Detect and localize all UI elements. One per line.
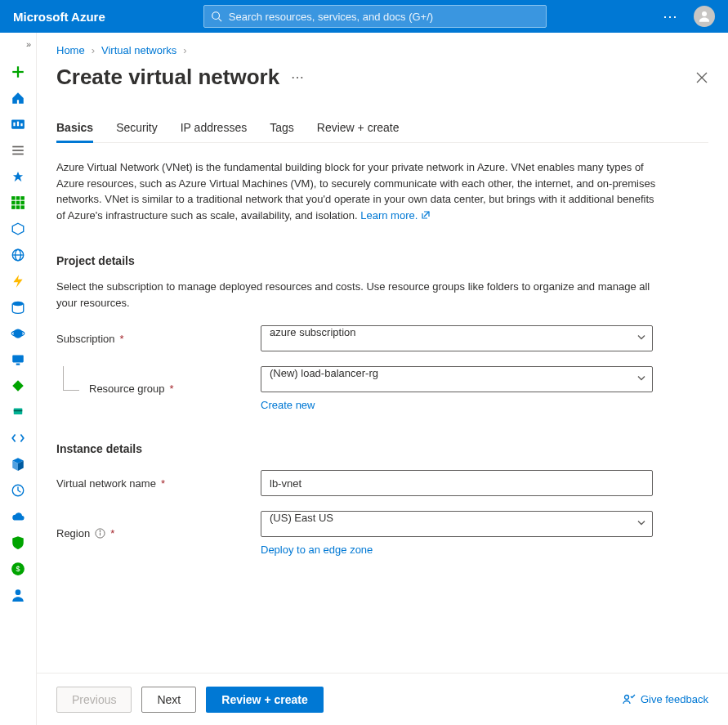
learn-more-link[interactable]: Learn more.	[360, 208, 431, 224]
svg-marker-12	[13, 172, 23, 181]
dashboard-icon[interactable]	[10, 116, 26, 132]
feedback-label: Give feedback	[641, 693, 708, 705]
expand-nav-icon[interactable]: »	[26, 39, 31, 49]
svg-rect-13	[11, 196, 16, 200]
close-button[interactable]	[695, 71, 708, 84]
vnet-description: Azure Virtual Network (VNet) is the fund…	[56, 159, 661, 223]
vnet-description-text: Azure Virtual Network (VNet) is the fund…	[56, 161, 655, 222]
brand-label: Microsoft Azure	[13, 10, 105, 24]
svg-rect-6	[13, 123, 15, 127]
nav-monitor-icon[interactable]	[10, 351, 26, 368]
nav-storage-icon[interactable]	[10, 456, 26, 472]
svg-rect-21	[20, 205, 25, 209]
search-input[interactable]	[229, 11, 539, 23]
instance-details-heading: Instance details	[56, 442, 708, 455]
svg-rect-15	[20, 196, 25, 200]
external-link-icon	[421, 210, 431, 220]
vnet-name-label: Virtual network name*	[56, 477, 261, 490]
svg-rect-18	[20, 201, 25, 205]
previous-button[interactable]: Previous	[56, 687, 132, 713]
resource-group-label: Resource group*	[56, 383, 261, 395]
nav-function-icon[interactable]	[10, 273, 26, 289]
account-avatar[interactable]	[694, 6, 715, 27]
more-icon[interactable]: ⋯	[663, 7, 679, 25]
top-right-controls: ⋯	[663, 6, 715, 27]
nav-cost-icon[interactable]: $	[10, 561, 26, 577]
svg-marker-26	[13, 275, 22, 288]
list-icon[interactable]	[10, 142, 26, 159]
svg-rect-30	[12, 355, 24, 362]
favorites-icon[interactable]	[10, 168, 26, 185]
close-icon	[695, 71, 708, 84]
create-resource-icon[interactable]	[10, 64, 26, 80]
svg-rect-7	[17, 122, 19, 127]
region-label: Region *	[56, 527, 261, 539]
resource-group-select[interactable]: (New) load-balancer-rg	[261, 366, 653, 392]
svg-rect-16	[11, 201, 16, 205]
tab-review-create[interactable]: Review + create	[317, 121, 400, 142]
page-more-icon[interactable]: ⋯	[291, 69, 306, 85]
azure-top-bar: Microsoft Azure ⋯	[0, 0, 728, 33]
subscription-label: Subscription*	[56, 333, 261, 345]
edge-zone-link[interactable]: Deploy to an edge zone	[261, 544, 653, 556]
nav-cube-icon[interactable]	[10, 221, 26, 237]
svg-rect-19	[11, 205, 16, 209]
svg-point-27	[12, 302, 24, 307]
nav-globe-icon[interactable]	[10, 247, 26, 263]
region-select[interactable]: (US) East US	[261, 511, 653, 537]
nav-user-icon[interactable]	[10, 587, 26, 603]
svg-line-1	[218, 19, 221, 22]
nav-cosmos-icon[interactable]	[10, 325, 26, 342]
home-icon[interactable]	[10, 90, 26, 106]
nav-advisor-icon[interactable]	[10, 482, 26, 499]
svg-point-41	[16, 589, 21, 595]
tab-security[interactable]: Security	[116, 121, 158, 142]
breadcrumb-vnets[interactable]: Virtual networks	[101, 44, 176, 56]
feedback-icon	[623, 693, 636, 706]
vnet-name-input[interactable]	[261, 470, 653, 496]
review-create-button[interactable]: Review + create	[206, 687, 323, 713]
project-details-desc: Select the subscription to manage deploy…	[56, 279, 661, 311]
project-details-heading: Project details	[56, 254, 708, 267]
breadcrumb-home[interactable]: Home	[56, 44, 85, 56]
all-services-icon[interactable]	[10, 195, 26, 211]
svg-rect-31	[16, 364, 20, 365]
tab-basics[interactable]: Basics	[56, 121, 93, 142]
nav-cloud-icon[interactable]	[10, 508, 26, 525]
learn-more-label: Learn more.	[360, 208, 418, 224]
svg-text:$: $	[16, 565, 20, 573]
wizard-tabs: Basics Security IP addresses Tags Review…	[56, 121, 708, 143]
tab-ip-addresses[interactable]: IP addresses	[181, 121, 247, 142]
nav-card-icon[interactable]	[10, 404, 26, 420]
nav-sql-icon[interactable]	[10, 299, 26, 316]
nav-diamond-icon[interactable]	[10, 378, 26, 394]
indent-connector	[63, 366, 79, 391]
main-pane: Home › Virtual networks › Create virtual…	[37, 33, 728, 725]
page-title: Create virtual network	[56, 65, 279, 90]
svg-point-47	[624, 695, 628, 699]
breadcrumb: Home › Virtual networks ›	[56, 44, 708, 56]
give-feedback-link[interactable]: Give feedback	[623, 693, 708, 706]
left-nav-rail: » $	[0, 33, 37, 725]
info-icon[interactable]	[95, 528, 105, 539]
next-button[interactable]: Next	[141, 687, 196, 713]
nav-security-icon[interactable]	[10, 535, 26, 551]
chevron-right-icon: ›	[183, 44, 186, 56]
svg-marker-22	[12, 223, 24, 235]
svg-point-46	[100, 530, 100, 531]
svg-point-0	[212, 12, 220, 20]
tab-tags[interactable]: Tags	[270, 121, 294, 142]
svg-point-2	[702, 11, 707, 16]
person-icon	[697, 9, 712, 24]
svg-rect-17	[16, 201, 20, 205]
search-icon	[211, 11, 222, 22]
nav-code-icon[interactable]	[10, 430, 26, 446]
svg-rect-34	[14, 410, 23, 412]
chevron-right-icon: ›	[92, 44, 95, 56]
subscription-select[interactable]: azure subscription	[261, 325, 653, 351]
svg-rect-8	[20, 123, 22, 126]
svg-rect-20	[16, 205, 20, 209]
create-new-rg-link[interactable]: Create new	[261, 399, 653, 411]
global-search[interactable]	[203, 5, 547, 28]
wizard-footer: Previous Next Review + create Give feedb…	[37, 673, 728, 725]
